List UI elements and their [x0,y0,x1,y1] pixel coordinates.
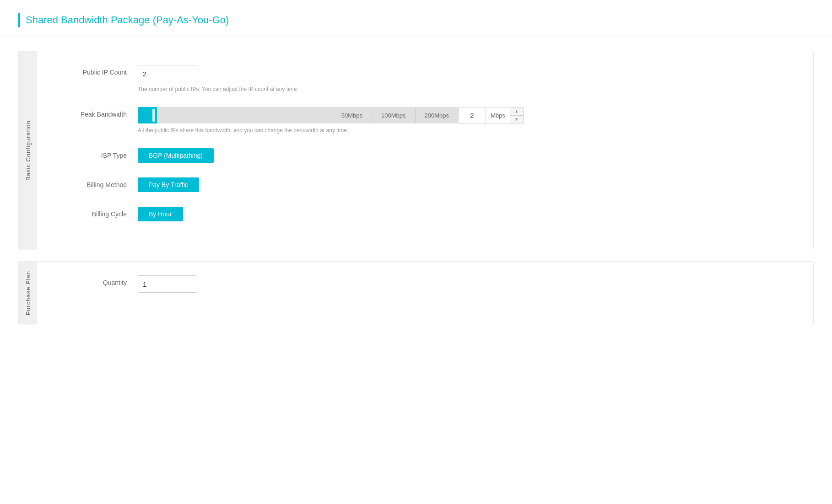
bandwidth-slider-fill [138,107,157,123]
bandwidth-marker-100: 100Mbps [372,107,415,123]
basic-config-section: Basic Configuration Public IP Count ▲ ▼ [18,51,814,250]
pay-by-traffic-button[interactable]: Pay By Traffic [138,177,199,192]
purchase-plan-content: Quantity ▲ ▼ [37,262,813,325]
billing-cycle-control: By Hour [138,207,795,221]
quantity-label: Quantity [55,275,138,286]
basic-config-content: Public IP Count ▲ ▼ The number of public… [37,51,813,250]
quantity-control: ▲ ▼ [138,275,795,293]
section-wrapper: Basic Configuration Public IP Count ▲ ▼ [18,51,814,325]
billing-method-label: Billing Method [55,177,138,188]
content-area: Basic Configuration Public IP Count ▲ ▼ [0,37,832,339]
page-wrapper: Shared Bandwidth Package (Pay-As-You-Go)… [0,0,832,504]
bandwidth-control: 50Mbps 100Mbps 200Mbps Mbps ▲ [138,107,795,123]
peak-bandwidth-control: 50Mbps 100Mbps 200Mbps Mbps ▲ [138,107,795,134]
public-ip-count-input[interactable] [138,67,197,80]
bgp-multipathing-button[interactable]: BGP (Multipathing) [138,148,214,163]
bandwidth-marker-50: 50Mbps [332,107,372,123]
bandwidth-markers: 50Mbps 100Mbps 200Mbps [332,107,458,123]
public-ip-count-hint: The number of public IPs. You can adjust… [138,86,795,92]
quantity-spinbox: ▲ ▼ [138,275,197,293]
bandwidth-slider-track[interactable]: 50Mbps 100Mbps 200Mbps [138,107,458,123]
bandwidth-unit: Mbps [486,107,510,123]
billing-cycle-label: Billing Cycle [55,207,138,218]
bandwidth-spinbtns: ▲ ▼ [510,107,524,123]
peak-bandwidth-hint: All the public IPs share this bandwidth,… [138,127,795,134]
billing-method-row: Billing Method Pay By Traffic [55,177,795,192]
isp-type-control: BGP (Multipathing) [138,148,795,163]
basic-config-tab: Basic Configuration [19,51,37,250]
peak-bandwidth-row: Peak Bandwidth 50Mbps 100Mbps [55,107,795,134]
bandwidth-value-box: Mbps ▲ ▼ [458,107,524,123]
bandwidth-marker-200: 200Mbps [415,107,458,123]
bandwidth-num-input[interactable] [458,107,486,123]
isp-type-label: ISP Type [55,148,138,159]
peak-bandwidth-label: Peak Bandwidth [55,107,138,118]
public-ip-count-label: Public IP Count [55,65,138,76]
by-hour-button[interactable]: By Hour [138,207,183,221]
page-header: Shared Bandwidth Package (Pay-As-You-Go) [0,0,832,37]
quantity-input[interactable] [138,278,197,291]
purchase-plan-tab: Purchase Plan [19,262,37,325]
isp-type-row: ISP Type BGP (Multipathing) [55,148,795,163]
billing-method-control: Pay By Traffic [138,177,795,192]
quantity-row: Quantity ▲ ▼ [55,275,795,293]
title-accent [18,13,20,27]
public-ip-count-control: ▲ ▼ The number of public IPs. You can ad… [138,65,795,92]
public-ip-count-spinbox: ▲ ▼ [138,65,197,82]
public-ip-count-row: Public IP Count ▲ ▼ The number of public… [55,65,795,92]
bandwidth-down-button[interactable]: ▼ [510,115,523,123]
page-title: Shared Bandwidth Package (Pay-As-You-Go) [26,14,229,26]
billing-cycle-row: Billing Cycle By Hour [55,207,795,221]
bandwidth-up-button[interactable]: ▲ [510,107,523,115]
slider-handle[interactable] [152,109,155,122]
page-title-bar: Shared Bandwidth Package (Pay-As-You-Go) [18,13,229,27]
purchase-plan-section: Purchase Plan Quantity ▲ ▼ [18,261,814,325]
